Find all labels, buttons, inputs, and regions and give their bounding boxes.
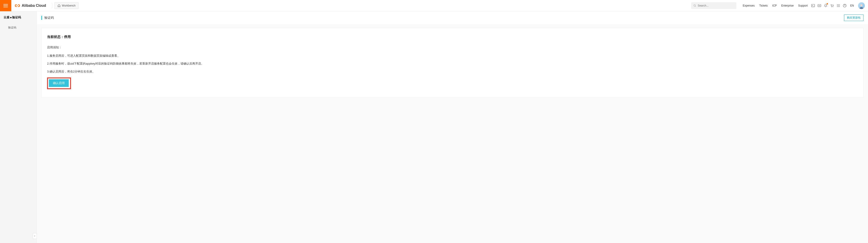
sidebar-collapse-button[interactable]	[33, 233, 37, 239]
search-input[interactable]	[698, 4, 734, 7]
help-icon	[843, 4, 847, 8]
sidebar-title-prefix: 云盾	[4, 15, 9, 19]
svg-point-16	[860, 4, 862, 6]
dot-separator-icon	[10, 17, 11, 18]
notice-item-3: 3.确认启用后，将在2分钟左右生效。	[47, 69, 858, 74]
brand-logo-icon	[15, 3, 20, 8]
apps-button[interactable]	[835, 0, 841, 11]
chevron-left-icon	[34, 235, 36, 237]
search-box[interactable]	[691, 2, 736, 9]
cloud-shell-button[interactable]	[810, 0, 816, 11]
page-title: 验证码	[44, 16, 54, 20]
current-status: 当前状态：停用	[47, 35, 858, 39]
status-card: 当前状态：停用 启用须知： 1.服务启用后，可进入配置页面和数据页面编辑或查看。…	[41, 28, 864, 98]
notice-item-2: 2.停用服务时，该uid下配置的appkey对应的验证码防御效果都将失效，若重新…	[47, 62, 858, 66]
help-button[interactable]	[841, 0, 848, 11]
main-layout: 云盾验证码 验证码 验证码 购买资源包 当前状态：停用 启用须知： 1.服务启用…	[0, 11, 868, 243]
confirm-enable-button[interactable]: 确认启用	[49, 79, 69, 87]
svg-point-11	[839, 5, 840, 6]
image-icon	[817, 4, 822, 8]
nav-support[interactable]: Support	[796, 0, 810, 11]
svg-rect-2	[812, 4, 815, 7]
page-header-actions: 购买资源包	[844, 14, 864, 21]
svg-line-1	[695, 6, 696, 6]
avatar-icon	[859, 3, 864, 9]
top-right-area: Expenses Tickets ICP Enterprise Support	[691, 0, 868, 11]
home-icon	[57, 4, 61, 7]
buy-resource-pack-button[interactable]: 购买资源包	[844, 14, 864, 21]
divider	[52, 3, 52, 8]
cart-button[interactable]	[829, 0, 835, 11]
svg-point-6	[837, 4, 838, 5]
screenshot-button[interactable]	[816, 0, 823, 11]
svg-point-13	[838, 6, 839, 7]
svg-point-14	[839, 6, 840, 7]
brand-name: Alibaba Cloud	[22, 4, 46, 8]
status-label: 当前状态：	[47, 35, 64, 39]
page-header: 验证码 购买资源包	[37, 11, 868, 24]
notifications-button[interactable]	[823, 0, 829, 11]
svg-point-12	[837, 6, 838, 7]
notice-list: 1.服务启用后，可进入配置页面和数据页面编辑或查看。 2.停用服务时，该uid下…	[47, 54, 858, 74]
workbench-button[interactable]: Workbench	[55, 2, 79, 9]
svg-point-0	[694, 4, 695, 6]
language-selector[interactable]: EN	[848, 4, 856, 7]
page-title-accent	[41, 16, 42, 20]
notification-dot-icon	[827, 3, 828, 4]
brand-link[interactable]: Alibaba Cloud	[11, 3, 50, 8]
svg-point-10	[838, 5, 839, 6]
notice-item-1: 1.服务启用后，可进入配置页面和数据页面编辑或查看。	[47, 54, 858, 58]
nav-enterprise[interactable]: Enterprise	[779, 0, 796, 11]
main-content: 验证码 购买资源包 当前状态：停用 启用须知： 1.服务启用后，可进入配置页面和…	[37, 11, 868, 243]
grid-icon	[836, 4, 840, 8]
svg-point-4	[831, 7, 832, 7]
workbench-label: Workbench	[62, 4, 75, 7]
hamburger-icon	[3, 4, 8, 7]
notice-heading: 启用须知：	[47, 45, 858, 49]
terminal-icon	[811, 4, 815, 8]
nav-icp[interactable]: ICP	[770, 0, 779, 11]
svg-point-9	[837, 5, 838, 6]
sidebar-item-captcha[interactable]: 验证码	[0, 24, 37, 32]
svg-point-8	[839, 4, 840, 5]
user-avatar[interactable]	[858, 2, 865, 9]
status-value: 停用	[64, 35, 71, 39]
sidebar-title: 云盾验证码	[0, 11, 37, 24]
enable-button-highlight: 确认启用	[47, 77, 71, 89]
sidebar-title-suffix: 验证码	[12, 15, 21, 19]
nav-tickets[interactable]: Tickets	[757, 0, 770, 11]
search-icon	[693, 4, 696, 7]
svg-point-7	[838, 4, 839, 5]
cart-icon	[830, 4, 834, 8]
sidebar: 云盾验证码 验证码	[0, 11, 37, 243]
svg-point-5	[833, 7, 833, 7]
menu-toggle-button[interactable]	[0, 0, 11, 11]
top-bar: Alibaba Cloud Workbench Expenses Tickets…	[0, 0, 868, 11]
nav-expenses[interactable]: Expenses	[740, 0, 757, 11]
